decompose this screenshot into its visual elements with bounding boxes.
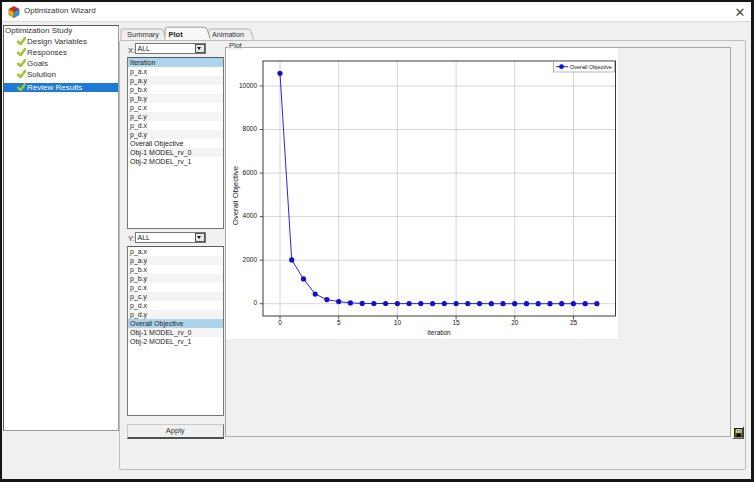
svg-text:5: 5 [337, 319, 341, 326]
svg-text:Overall Objective: Overall Objective [570, 64, 612, 70]
svg-text:20: 20 [511, 319, 519, 326]
svg-text:Animation: Animation [212, 30, 244, 39]
svg-text:15: 15 [452, 319, 460, 326]
svg-text:2000: 2000 [243, 256, 258, 263]
svg-text:10: 10 [394, 319, 402, 326]
svg-text:6000: 6000 [243, 169, 258, 176]
svg-text:0: 0 [253, 299, 257, 306]
svg-text:Plot: Plot [169, 30, 184, 39]
svg-text:8000: 8000 [243, 125, 258, 132]
svg-text:10000: 10000 [239, 82, 257, 89]
svg-text:0: 0 [278, 319, 282, 326]
svg-text:Overall Objective: Overall Objective [231, 166, 240, 225]
svg-text:Summary: Summary [127, 30, 159, 39]
svg-text:Iteration: Iteration [427, 329, 451, 336]
svg-text:25: 25 [570, 319, 578, 326]
svg-text:4000: 4000 [243, 212, 258, 219]
